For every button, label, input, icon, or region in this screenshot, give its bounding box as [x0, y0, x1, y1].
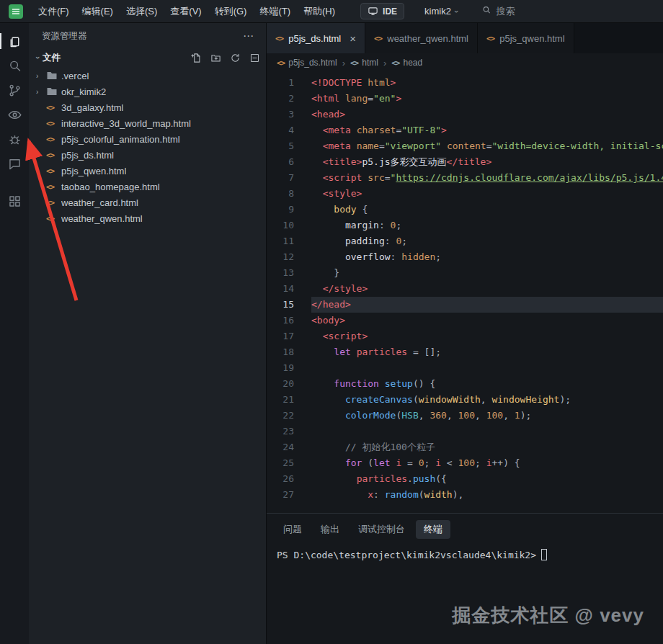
editor-tab-p5js_ds.html[interactable]: <>p5js_ds.html× — [267, 23, 365, 53]
editor-group: <>p5js_ds.html×<>weather_qwen.html<>p5js… — [267, 23, 663, 644]
menu-item-文件(F)[interactable]: 文件(F) — [32, 0, 76, 22]
code-line[interactable]: 20 function setup() { — [267, 376, 663, 392]
code-line[interactable]: 15</head> — [267, 297, 663, 313]
tree-item-taobao_homepage.html[interactable]: <>taobao_homepage.html — [29, 179, 266, 194]
breadcrumb-label: html — [362, 58, 378, 68]
code-text: <meta charset="UTF-8"> — [311, 122, 663, 138]
tree-item-.vercel[interactable]: ›.vercel — [29, 68, 266, 84]
ide-badge[interactable]: IDE — [360, 3, 404, 19]
line-number: 13 — [267, 265, 311, 281]
code-line[interactable]: 18 let particles = []; — [267, 344, 663, 360]
code-line[interactable]: 11 padding: 0; — [267, 233, 663, 249]
section-actions — [191, 53, 260, 63]
breadcrumb-item-head[interactable]: <>head — [391, 58, 422, 68]
debug-icon — [7, 132, 22, 147]
code-line[interactable]: 26 particles.push({ — [267, 471, 663, 487]
panel-tab-终端[interactable]: 终端 — [416, 520, 450, 539]
menu-item-转到(G)[interactable]: 转到(G) — [208, 0, 254, 22]
file-tree: ›.vercel›okr_kimik2<>3d_galaxy.html<>int… — [29, 66, 266, 644]
editor-tab-p5js_qwen.html[interactable]: <>p5js_qwen.html — [478, 23, 574, 53]
code-line[interactable]: 7 <script src="https://cdnjs.cloudflare.… — [267, 170, 663, 186]
files-section-header[interactable]: › 文件 — [29, 49, 266, 66]
code-line[interactable]: 10 margin: 0; — [267, 218, 663, 233]
line-number: 15 — [267, 297, 311, 313]
terminal[interactable]: PS D:\code\testproject\kimik2vsclaude4\k… — [267, 544, 663, 565]
tree-item-3d_galaxy.html[interactable]: <>3d_galaxy.html — [29, 99, 266, 115]
code-line[interactable]: 12 overflow: hidden; — [267, 249, 663, 265]
refresh-icon[interactable] — [230, 53, 241, 63]
code-text: createCanvas(windowWidth, windowHeight); — [311, 392, 663, 408]
panel-tab-调试控制台[interactable]: 调试控制台 — [350, 520, 413, 539]
tab-label: p5js_ds.html — [288, 33, 341, 44]
code-area[interactable]: 1<!DOCTYPE html>2<html lang="en">3<head>… — [267, 72, 663, 513]
line-number: 21 — [267, 392, 311, 408]
source-control-activity-button[interactable] — [0, 78, 29, 102]
search-activity-button[interactable] — [0, 53, 29, 78]
file-name: taobao_homepage.html — [61, 182, 160, 192]
tree-item-p5js_qwen.html[interactable]: <>p5js_qwen.html — [29, 163, 266, 179]
code-text: // 初始化100个粒子 — [311, 439, 663, 455]
code-line[interactable]: 1<!DOCTYPE html> — [267, 75, 663, 91]
html-file-icon: <> — [277, 58, 285, 68]
line-number: 10 — [267, 218, 311, 233]
new-file-icon[interactable] — [191, 53, 202, 63]
explorer-activity-button[interactable] — [0, 29, 29, 53]
code-line[interactable]: 23 — [267, 424, 663, 439]
code-line[interactable]: 2<html lang="en"> — [267, 91, 663, 107]
breadcrumb-item-p5js_ds.html[interactable]: <>p5js_ds.html — [277, 58, 337, 68]
panel-tab-输出[interactable]: 输出 — [313, 520, 347, 539]
code-line[interactable]: 6 <title>p5.js多彩交互动画</title> — [267, 154, 663, 170]
preview-eye-activity-button[interactable] — [0, 102, 29, 127]
code-line[interactable]: 5 <meta name="viewport" content="width=d… — [267, 138, 663, 154]
close-icon[interactable]: × — [350, 33, 356, 44]
code-text: <meta name="viewport" content="width=dev… — [311, 138, 663, 154]
comments-activity-button[interactable] — [0, 151, 29, 176]
project-switcher[interactable]: kimik2 › — [419, 4, 464, 19]
extensions-grid-activity-button[interactable] — [0, 189, 29, 213]
tree-item-interactive_3d_world_map.html[interactable]: <>interactive_3d_world_map.html — [29, 115, 266, 131]
code-line[interactable]: 21 createCanvas(windowWidth, windowHeigh… — [267, 392, 663, 408]
code-line[interactable]: 8 <style> — [267, 186, 663, 202]
line-number: 11 — [267, 233, 311, 249]
menu-item-选择(S)[interactable]: 选择(S) — [120, 0, 164, 22]
chevron-right-icon: › — [36, 88, 46, 96]
sidebar-header: 资源管理器 ⋯ — [29, 23, 266, 49]
file-name: okr_kimik2 — [61, 86, 106, 97]
code-line[interactable]: 16<body> — [267, 313, 663, 328]
code-line[interactable]: 24 // 初始化100个粒子 — [267, 439, 663, 455]
tree-item-okr_kimik2[interactable]: ›okr_kimik2 — [29, 84, 266, 99]
code-line[interactable]: 22 colorMode(HSB, 360, 100, 100, 1); — [267, 408, 663, 424]
menu-item-查看(V)[interactable]: 查看(V) — [164, 0, 208, 22]
debug-activity-button[interactable] — [0, 127, 29, 151]
code-line[interactable]: 3<head> — [267, 107, 663, 122]
tree-item-p5js_ds.html[interactable]: <>p5js_ds.html — [29, 147, 266, 163]
code-line[interactable]: 9 body { — [267, 202, 663, 218]
editor-tab-weather_qwen.html[interactable]: <>weather_qwen.html — [365, 23, 478, 53]
code-line[interactable]: 13 } — [267, 265, 663, 281]
code-line[interactable]: 19 — [267, 360, 663, 376]
menu-item-终端(T)[interactable]: 终端(T) — [253, 0, 297, 22]
tree-item-weather_card.html[interactable]: <>weather_card.html — [29, 194, 266, 210]
breadcrumb-item-html[interactable]: <>html — [350, 58, 378, 68]
code-line[interactable]: 27 x: random(width), — [267, 487, 663, 503]
search-icon — [7, 58, 22, 73]
code-line[interactable]: 17 <script> — [267, 328, 663, 344]
code-text: particles.push({ — [311, 471, 663, 487]
code-line[interactable]: 4 <meta charset="UTF-8"> — [267, 122, 663, 138]
code-line[interactable]: 14 </style> — [267, 281, 663, 297]
breadcrumb-separator: › — [342, 58, 345, 68]
panel-tab-问题[interactable]: 问题 — [275, 520, 310, 539]
menu-item-编辑(E)[interactable]: 编辑(E) — [76, 0, 120, 22]
code-line[interactable]: 25 for (let i = 0; i < 100; i++) { — [267, 455, 663, 471]
html-file-icon: <> — [46, 198, 61, 207]
breadcrumb-separator: › — [383, 58, 386, 68]
menu-item-帮助(H)[interactable]: 帮助(H) — [297, 0, 342, 22]
tree-item-weather_qwen.html[interactable]: <>weather_qwen.html — [29, 210, 266, 226]
new-folder-icon[interactable] — [210, 53, 221, 63]
more-actions-icon[interactable]: ⋯ — [243, 30, 254, 43]
collapse-all-icon[interactable] — [249, 53, 260, 63]
html-file-icon: <> — [46, 151, 61, 160]
tree-item-p5js_colorful_animation.html[interactable]: <>p5js_colorful_animation.html — [29, 131, 266, 147]
titlebar-search[interactable]: 搜索 — [481, 5, 515, 18]
code-text: </style> — [311, 281, 663, 297]
